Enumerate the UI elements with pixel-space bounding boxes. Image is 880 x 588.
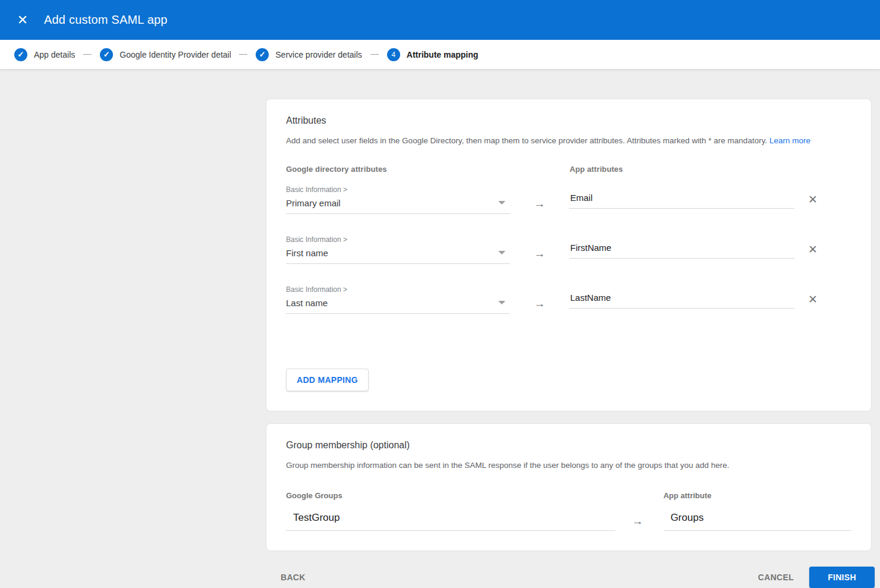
main-content: Attributes Add and select user fields in…: [0, 70, 880, 588]
step-label: Service provider details: [275, 50, 362, 59]
app-attribute-label: App attribute: [664, 491, 851, 500]
step-completed-check-icon: ✓: [14, 48, 27, 61]
step-connector: [239, 54, 247, 55]
wizard-stepper: ✓ App details ✓ Google Identity Provider…: [0, 40, 880, 70]
directory-attribute-value: Last name: [286, 298, 510, 308]
step-connector: [370, 54, 379, 55]
attributes-card-description: Add and select user fields in the Google…: [286, 136, 851, 147]
step-completed-check-icon: ✓: [256, 48, 269, 61]
add-mapping-button[interactable]: ADD MAPPING: [286, 369, 369, 391]
app-attribute-input[interactable]: [569, 193, 794, 209]
step-google-idp-details[interactable]: ✓ Google Identity Provider details: [100, 48, 231, 61]
step-number-badge: 4: [387, 48, 400, 61]
google-groups-field[interactable]: Google Groups TestGroup: [286, 491, 615, 531]
directory-attribute-select[interactable]: Basic Information > Last name: [286, 285, 510, 314]
dialog-title: Add custom SAML app: [44, 13, 168, 27]
arrow-right-icon: →: [632, 515, 643, 528]
step-label: Google Identity Provider details: [120, 50, 231, 59]
attributes-card-title: Attributes: [286, 115, 851, 126]
step-app-details[interactable]: ✓ App details: [14, 48, 75, 61]
step-label: Attribute mapping: [407, 50, 479, 59]
back-button[interactable]: BACK: [276, 567, 310, 587]
google-groups-value[interactable]: TestGroup: [286, 500, 615, 531]
app-attribute-value[interactable]: Groups: [664, 500, 851, 531]
app-attribute-input[interactable]: [569, 293, 794, 309]
mapping-column-headers: Google directory attributes App attribut…: [286, 165, 851, 174]
learn-more-link[interactable]: Learn more: [769, 136, 810, 145]
chevron-down-icon: [498, 201, 505, 205]
directory-attribute-select[interactable]: Basic Information > Primary email: [286, 185, 510, 214]
arrow-right-icon: →: [534, 297, 545, 310]
cancel-button[interactable]: CANCEL: [753, 567, 799, 587]
arrow-right-icon: →: [534, 197, 545, 210]
dialog-header: ✕ Add custom SAML app: [0, 0, 880, 40]
step-attribute-mapping: 4 Attribute mapping: [387, 48, 479, 61]
attribute-category-label: Basic Information >: [286, 185, 510, 194]
group-membership-description: Group membership information can be sent…: [286, 460, 851, 471]
footer-actions: BACK CANCEL FINISH: [266, 567, 875, 588]
close-icon[interactable]: ✕: [11, 8, 34, 32]
step-service-provider-details[interactable]: ✓ Service provider details: [256, 48, 362, 61]
attributes-card: Attributes Add and select user fields in…: [266, 99, 872, 411]
mapping-row: Basic Information > Last name → ✕: [286, 285, 851, 314]
group-mapping-row: Google Groups TestGroup → App attribute …: [286, 491, 851, 531]
attribute-category-label: Basic Information >: [286, 235, 510, 244]
app-attribute-input[interactable]: [569, 243, 794, 259]
google-directory-attributes-header: Google directory attributes: [286, 165, 570, 174]
directory-attribute-value: First name: [286, 248, 510, 258]
step-connector: [83, 54, 92, 55]
group-membership-title: Group membership (optional): [286, 440, 851, 451]
step-label: App details: [34, 50, 75, 59]
chevron-down-icon: [498, 301, 505, 304]
delete-mapping-icon[interactable]: ✕: [807, 243, 819, 256]
arrow-right-icon: →: [534, 247, 545, 260]
description-text: Add and select user fields in the Google…: [286, 136, 767, 145]
finish-button[interactable]: FINISH: [809, 567, 875, 588]
mapping-row: Basic Information > Primary email → ✕: [286, 185, 851, 214]
directory-attribute-select[interactable]: Basic Information > First name: [286, 235, 510, 264]
delete-mapping-icon[interactable]: ✕: [807, 293, 819, 306]
group-app-attribute-field[interactable]: App attribute Groups: [664, 491, 851, 531]
step-completed-check-icon: ✓: [100, 48, 113, 61]
delete-mapping-icon[interactable]: ✕: [807, 193, 819, 206]
directory-attribute-value: Primary email: [286, 198, 510, 208]
google-groups-label: Google Groups: [286, 491, 615, 500]
mapping-row: Basic Information > First name → ✕: [286, 235, 851, 264]
app-attributes-header: App attributes: [570, 165, 623, 174]
group-membership-card: Group membership (optional) Group member…: [266, 423, 872, 551]
chevron-down-icon: [498, 251, 505, 254]
attribute-category-label: Basic Information >: [286, 285, 510, 294]
